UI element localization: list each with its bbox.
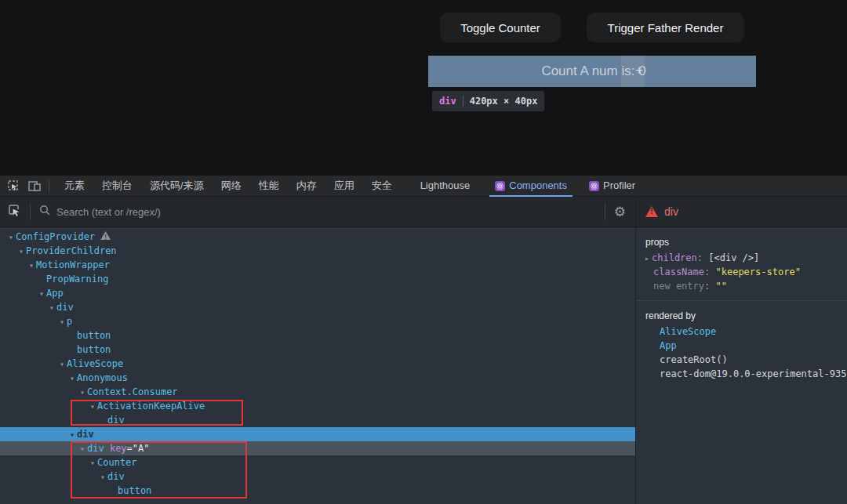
- select-element-icon[interactable]: [8, 204, 21, 220]
- tab-components[interactable]: Components: [486, 176, 576, 197]
- expand-arrow-icon[interactable]: ▾: [6, 230, 16, 245]
- tree-row-p[interactable]: ▾p: [0, 314, 635, 328]
- react-logo-icon: [589, 181, 599, 191]
- selected-element-header: div: [635, 197, 847, 227]
- inspect-highlight-overlay: Count A num is: 0 +: [428, 56, 756, 87]
- expand-arrow-icon[interactable]: ▾: [78, 386, 87, 400]
- trigger-father-render-button[interactable]: Trigger Father Render: [587, 13, 744, 42]
- warning-icon: [100, 231, 111, 240]
- tab-lighthouse[interactable]: Lighthouse: [412, 176, 479, 197]
- inspect-element-icon[interactable]: [7, 179, 20, 193]
- tab-elements[interactable]: 元素: [56, 176, 93, 197]
- tree-row-div[interactable]: ▾div: [0, 300, 635, 314]
- tabbar-divider: [49, 179, 49, 192]
- tree-row-app[interactable]: ▾App: [0, 286, 635, 300]
- expand-arrow-icon[interactable]: ▸: [642, 252, 652, 266]
- rendered-by-alivescope[interactable]: AliveScope: [636, 325, 847, 339]
- tree-row-button[interactable]: button: [0, 343, 635, 357]
- tab-network[interactable]: 网络: [213, 176, 250, 197]
- expand-arrow-icon[interactable]: ▾: [98, 470, 107, 484]
- tooltip-tag: div: [439, 96, 456, 107]
- tree-row-motionwrapper[interactable]: ▾MotionWrapper: [0, 258, 635, 272]
- rendered-by-createroot: createRoot(): [636, 353, 847, 367]
- tree-row-div[interactable]: div: [0, 413, 635, 427]
- expand-arrow-icon[interactable]: ▾: [16, 245, 26, 259]
- tree-row-div[interactable]: ▾div: [0, 470, 635, 484]
- tree-row-button[interactable]: button: [0, 484, 635, 498]
- device-toolbar-icon[interactable]: [27, 179, 41, 193]
- search-input[interactable]: [56, 206, 596, 218]
- props-section-title: props: [636, 227, 847, 251]
- tree-row-div-key-a[interactable]: ▾div key="A": [0, 441, 635, 455]
- expand-arrow-icon[interactable]: ▾: [27, 259, 36, 273]
- react-logo-icon: [495, 181, 505, 191]
- tab-memory[interactable]: 内存: [288, 176, 325, 197]
- expand-arrow-icon[interactable]: ▾: [88, 456, 97, 470]
- prop-row-classname: className: "keepers-store": [636, 265, 847, 279]
- rendered-by-app[interactable]: App: [636, 339, 847, 353]
- component-tree: ▾ConfigProvider ▾ProviderChildren ▾Motio…: [0, 227, 635, 504]
- tree-row-providerchildren[interactable]: ▾ProviderChildren: [0, 244, 635, 258]
- expand-arrow-icon[interactable]: ▾: [47, 301, 56, 315]
- expand-arrow-icon[interactable]: ▾: [67, 428, 77, 442]
- prop-row-children: ▸children: [<div />]: [636, 251, 847, 265]
- rendered-by-react-dom-version: react-dom@19.0.0-experimental-935180c: [636, 367, 847, 381]
- attr-value: ="A": [127, 443, 150, 454]
- tab-application[interactable]: 应用: [325, 176, 363, 197]
- tree-row-button[interactable]: button: [0, 328, 635, 343]
- prop-row-new-entry: new entry: "": [636, 279, 847, 293]
- tree-row-propwarning[interactable]: PropWarning: [0, 272, 635, 286]
- element-size-tooltip: div 420px × 40px: [432, 91, 544, 111]
- expand-arrow-icon[interactable]: ▾: [67, 372, 77, 386]
- tree-row-activationkeepalive[interactable]: ▾ActivationKeepAlive: [0, 399, 635, 413]
- tab-sources[interactable]: 源代码/来源: [141, 176, 213, 197]
- screenshot-root: Toggle Counter Trigger Father Render Cou…: [0, 0, 847, 504]
- expand-arrow-icon[interactable]: ▾: [57, 357, 67, 372]
- devtools-tabbar: 元素 控制台 源代码/来源 网络 性能 内存 应用 安全 Lighthouse …: [0, 176, 847, 197]
- expand-arrow-icon[interactable]: ▾: [78, 442, 87, 456]
- toggle-counter-button[interactable]: Toggle Counter: [440, 13, 561, 42]
- tree-row-anonymous[interactable]: ▾Anonymous: [0, 371, 635, 385]
- rendered-by-section-title: rendered by: [636, 301, 847, 325]
- expand-arrow-icon[interactable]: ▾: [37, 287, 46, 301]
- search-icon: [39, 205, 50, 219]
- expand-arrow-icon[interactable]: ▾: [88, 400, 97, 414]
- attr-key: key: [110, 443, 127, 454]
- tab-profiler[interactable]: Profiler: [580, 176, 644, 197]
- tree-row-div-selected[interactable]: ▾div: [0, 427, 635, 441]
- tab-performance[interactable]: 性能: [250, 176, 288, 197]
- expand-arrow-icon[interactable]: ▾: [57, 315, 67, 329]
- tooltip-size: 420px × 40px: [470, 96, 538, 107]
- components-toolbar: ⚙: [0, 197, 635, 227]
- increment-button[interactable]: +: [635, 56, 643, 87]
- browser-page: Toggle Counter Trigger Father Render Cou…: [0, 0, 847, 176]
- selected-element-tag: div: [664, 205, 678, 218]
- details-panel: props ▸children: [<div />] className: "k…: [635, 227, 847, 504]
- tree-row-context-consumer[interactable]: ▾Context.Consumer: [0, 385, 635, 399]
- tab-security[interactable]: 安全: [363, 176, 401, 197]
- counter-label: Count A num is: 0: [507, 56, 680, 87]
- devtools-panel: 元素 控制台 源代码/来源 网络 性能 内存 应用 安全 Lighthouse …: [0, 176, 847, 504]
- tree-row-counter[interactable]: ▾Counter: [0, 455, 635, 470]
- gear-icon[interactable]: ⚙: [614, 204, 626, 220]
- toolbar-divider: [30, 203, 31, 220]
- tab-console[interactable]: 控制台: [93, 176, 141, 197]
- toolbar-divider: [605, 203, 605, 220]
- warning-icon: [645, 206, 658, 217]
- tree-row-alivescope[interactable]: ▾AliveScope: [0, 357, 635, 371]
- tooltip-divider: [463, 96, 463, 107]
- tree-row-configprovider[interactable]: ▾ConfigProvider: [0, 230, 635, 244]
